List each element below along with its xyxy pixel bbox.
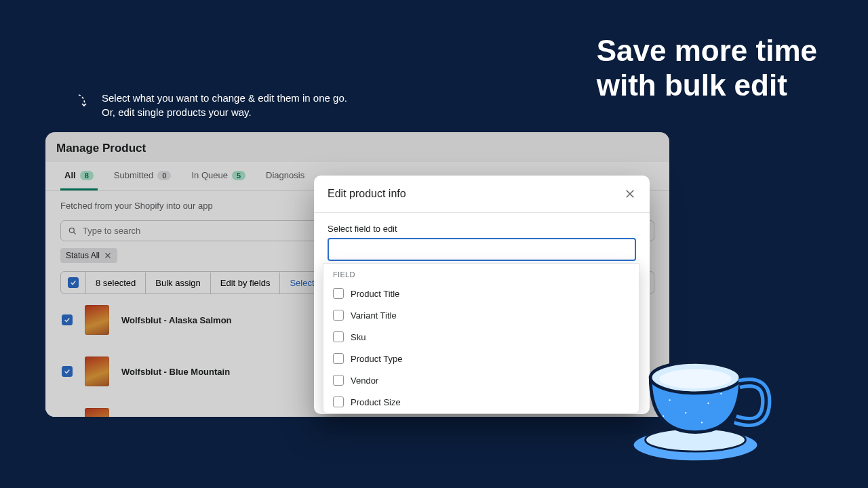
- field-label: Select field to edit: [328, 224, 636, 234]
- option-product-title[interactable]: Product Title: [323, 283, 639, 304]
- row-checkbox[interactable]: [62, 366, 73, 377]
- page-title: Manage Product: [45, 132, 669, 162]
- modal-title: Edit product info: [328, 188, 406, 200]
- option-sku[interactable]: Sku: [323, 326, 639, 348]
- option-product-type[interactable]: Product Type: [323, 348, 639, 369]
- checkbox-icon: [333, 310, 344, 321]
- field-select-input[interactable]: [328, 238, 636, 261]
- tab-count-badge: 5: [232, 171, 245, 180]
- option-product-size[interactable]: Product Size: [323, 391, 639, 413]
- svg-line-1: [74, 232, 76, 234]
- arrow-icon: [76, 92, 92, 108]
- search-icon: [68, 226, 77, 236]
- svg-point-0: [69, 228, 74, 232]
- tab-submitted[interactable]: Submitted 0: [110, 162, 176, 190]
- option-variant-title[interactable]: Variant Title: [323, 304, 639, 326]
- caption-line-1: Select what you want to change & edit th…: [102, 91, 347, 105]
- checkbox-icon: [333, 331, 344, 342]
- filter-chip-label: Status All: [66, 251, 100, 260]
- svg-point-10: [669, 399, 670, 401]
- svg-point-11: [685, 412, 686, 413]
- select-all-checkbox-cell[interactable]: [61, 272, 86, 293]
- svg-point-15: [701, 422, 703, 423]
- hero-line-1: Save more time: [597, 34, 817, 68]
- product-thumbnail: [85, 408, 109, 417]
- checkbox-icon[interactable]: [68, 277, 79, 288]
- field-dropdown: FIELD Product Title Variant Title Sku Pr…: [323, 263, 639, 413]
- caption: Select what you want to change & edit th…: [76, 91, 347, 119]
- svg-point-14: [663, 415, 664, 417]
- filter-chip[interactable]: Status All: [60, 248, 117, 263]
- product-name: Wolfsblut - Blue Mountain: [121, 367, 230, 377]
- checkbox-icon: [333, 396, 344, 407]
- close-icon[interactable]: [624, 188, 636, 200]
- dropdown-group-label: FIELD: [323, 264, 639, 283]
- tab-diagnosis[interactable]: Diagnosis: [262, 162, 309, 190]
- product-name: Wolfsblut - Alaska Salmon: [121, 315, 232, 325]
- svg-point-9: [659, 369, 731, 388]
- close-icon[interactable]: [104, 251, 112, 260]
- hero-title: Save more time with bulk edit: [597, 34, 817, 102]
- tab-label: In Queue: [191, 170, 228, 180]
- tab-label: Diagnosis: [266, 170, 304, 180]
- product-thumbnail: [85, 357, 109, 386]
- checkbox-icon: [333, 288, 344, 299]
- teacup-illustration: [624, 342, 780, 464]
- svg-point-12: [707, 403, 709, 404]
- checkbox-icon: [333, 375, 344, 386]
- row-checkbox[interactable]: [62, 314, 73, 325]
- checkbox-icon: [333, 353, 344, 364]
- svg-point-13: [720, 393, 722, 394]
- caption-line-2: Or, edit single products your way.: [102, 105, 347, 119]
- product-thumbnail: [85, 305, 109, 335]
- bulk-assign-button[interactable]: Bulk assign: [146, 272, 210, 293]
- selected-count: 8 selected: [86, 272, 146, 293]
- tab-label: All: [64, 170, 76, 180]
- tab-label: Submitted: [114, 170, 154, 180]
- hero-line-2: with bulk edit: [597, 68, 817, 103]
- tab-all[interactable]: All 8: [60, 162, 98, 190]
- tab-in-queue[interactable]: In Queue 5: [187, 162, 250, 190]
- option-vendor[interactable]: Vendor: [323, 369, 639, 391]
- tab-count-badge: 0: [157, 171, 171, 180]
- tab-count-badge: 8: [80, 171, 94, 180]
- edit-by-fields-button[interactable]: Edit by fields: [211, 272, 281, 293]
